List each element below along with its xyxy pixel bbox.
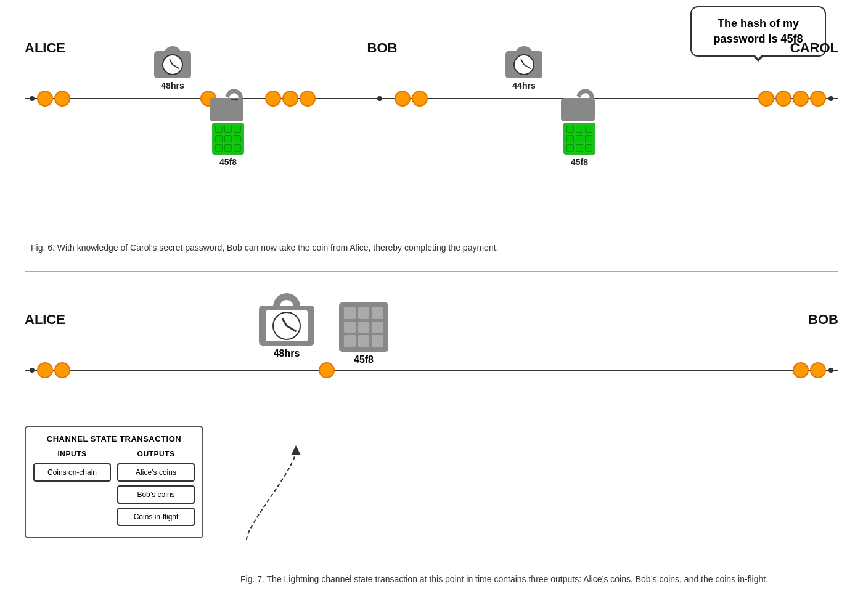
channel-line2 xyxy=(25,370,838,371)
alice-endpoint xyxy=(30,96,35,101)
coin xyxy=(54,362,70,378)
clock-face2 xyxy=(513,54,534,75)
coin xyxy=(775,91,791,107)
section1: The hash of my password is 45f8 ALICE xyxy=(0,0,863,271)
section2: ALICE 48hrs xyxy=(0,272,863,598)
bob-coins2 xyxy=(793,362,826,378)
carol-endpoint xyxy=(828,96,833,101)
input1: Coins on-chain xyxy=(33,463,111,482)
coin xyxy=(793,362,809,378)
inputs-col: INPUTS Coins on-chain xyxy=(33,450,111,530)
lock-body xyxy=(154,51,191,78)
channel-line xyxy=(25,98,838,99)
coin xyxy=(37,91,53,107)
bob-endpoint xyxy=(377,96,382,101)
inputs-title: INPUTS xyxy=(33,450,111,458)
alice-endpoint2 xyxy=(30,368,35,373)
hash-lock2: 45f8 xyxy=(561,89,598,167)
bob-coins-right xyxy=(395,91,428,107)
alice-label: ALICE xyxy=(25,40,65,56)
clock-min-hand2 xyxy=(524,64,531,69)
coin xyxy=(758,91,774,107)
lock-large-label: 48hrs xyxy=(274,348,300,359)
hash-label1: 45f8 xyxy=(219,157,237,167)
coin xyxy=(810,362,826,378)
carol-coins xyxy=(758,91,826,107)
bob-endpoint2 xyxy=(828,368,833,373)
junction-coin xyxy=(319,362,335,378)
hash-large-label: 45f8 xyxy=(354,354,374,365)
lock1-icon xyxy=(154,46,191,78)
alice-coins2 xyxy=(37,362,70,378)
alice-label2: ALICE xyxy=(25,312,65,328)
clock-large xyxy=(272,312,301,340)
caption2: Fig. 7. The Lightning channel state tran… xyxy=(240,573,838,586)
coin xyxy=(810,91,826,107)
lock2-label: 44hrs xyxy=(512,81,535,91)
coin xyxy=(54,91,70,107)
coin xyxy=(793,91,809,107)
hash-large-container: 45f8 xyxy=(339,302,388,365)
hash-label2: 45f8 xyxy=(571,157,588,167)
caption1: Fig. 6. With knowledge of Carol’s secret… xyxy=(25,243,838,253)
clock-face xyxy=(162,54,183,75)
lock2: 44hrs xyxy=(505,46,542,91)
open-lock2 xyxy=(561,89,598,121)
carol-label: CAROL xyxy=(790,40,838,56)
alice-coins xyxy=(37,91,70,107)
lock-large xyxy=(259,293,314,346)
channel-row2: ALICE 48hrs xyxy=(25,352,838,389)
speech-bubble-text: The hash of my password is 45f8 xyxy=(713,17,803,45)
lock2-icon xyxy=(505,46,542,78)
lock-large-container: 48hrs xyxy=(259,293,314,359)
lock1-label: 48hrs xyxy=(161,81,184,91)
bob-label: BOB xyxy=(367,40,398,56)
lock-large-face xyxy=(266,310,308,341)
clock-large-min xyxy=(286,325,297,332)
bob-coins-left xyxy=(265,91,316,107)
coin xyxy=(395,91,411,107)
coin xyxy=(282,91,298,107)
coin xyxy=(265,91,281,107)
arrow-right: → xyxy=(228,92,240,106)
dashed-line-svg xyxy=(117,419,327,567)
lock1: 48hrs xyxy=(154,46,191,91)
hash-grid1 xyxy=(212,123,244,155)
hash-grid-large xyxy=(339,302,388,352)
open-body2 xyxy=(561,98,595,121)
lock-large-body xyxy=(259,306,314,346)
lock2-body xyxy=(505,51,542,78)
coin xyxy=(37,362,53,378)
clock-min-hand xyxy=(173,64,180,69)
bob-label2: BOB xyxy=(808,312,838,328)
channel-row: ALICE 48hrs xyxy=(25,80,838,117)
coin xyxy=(300,91,316,107)
hash-grid2 xyxy=(563,123,595,155)
coin xyxy=(412,91,428,107)
